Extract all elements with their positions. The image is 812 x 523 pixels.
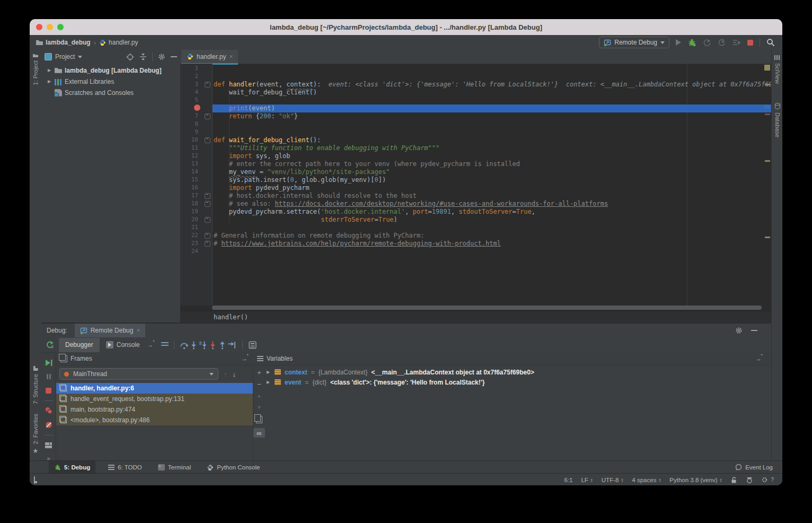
next-frame-icon[interactable]: ↓ xyxy=(233,370,236,378)
tree-item-1[interactable]: ▶External Libraries xyxy=(41,76,180,87)
fold-marker-icon[interactable] xyxy=(205,137,210,143)
frame-row-2[interactable]: main, bootstrap.py:474 xyxy=(56,404,253,415)
indent-select[interactable]: 4 spaces▲▼ xyxy=(632,477,661,483)
watches-toolbar: + − ▲ ▼ ∞ xyxy=(253,365,266,461)
tool-window-toggle[interactable] xyxy=(30,477,35,483)
force-step-into-icon[interactable] xyxy=(208,340,218,350)
stop-button[interactable] xyxy=(747,40,753,46)
move-down-icon[interactable]: ▼ xyxy=(257,404,262,411)
layout-options-icon[interactable] xyxy=(161,342,169,347)
tree-item-2[interactable]: Scratches and Consoles xyxy=(41,87,180,98)
mute-breakpoints-icon[interactable] xyxy=(44,421,54,429)
close-session-icon[interactable]: × xyxy=(136,327,140,334)
error-stripe[interactable] xyxy=(764,64,770,306)
expand-arrow-icon[interactable]: ▶ xyxy=(47,68,52,73)
fold-marker-icon[interactable] xyxy=(205,241,210,247)
move-up-icon[interactable]: ▲ xyxy=(257,393,262,399)
frame-row-0[interactable]: handler, handler.py:6 xyxy=(56,383,253,394)
tree-item-0[interactable]: ▶lambda_debug [Lambda Debug] xyxy=(41,65,180,76)
run-button[interactable] xyxy=(676,39,681,46)
editor-breadcrumb[interactable]: handler() xyxy=(180,311,771,322)
pause-icon[interactable] xyxy=(44,373,54,381)
hide-panel-icon[interactable] xyxy=(171,56,177,57)
tab-debugger[interactable]: Debugger xyxy=(59,338,100,352)
tool-button-todo[interactable]: 6: TODO xyxy=(103,461,147,474)
breakpoint-icon[interactable] xyxy=(194,104,200,111)
variable-row-0[interactable]: ▶context={LambdaContext}<__main__.Lambda… xyxy=(266,367,771,377)
fold-marker-icon[interactable] xyxy=(205,193,210,199)
fold-marker-icon[interactable] xyxy=(205,233,210,239)
chevron-down-icon[interactable] xyxy=(78,56,82,58)
debug-session-tab[interactable]: Remote Debug × xyxy=(75,324,146,337)
variable-row-1[interactable]: ▶event={dict}<class 'dict'>: {'message':… xyxy=(266,377,771,387)
tool-button-database[interactable]: Database xyxy=(772,103,782,137)
profile-button[interactable] xyxy=(703,39,711,47)
pin-tab-icon[interactable]: → xyxy=(146,341,155,348)
evaluate-expression-icon[interactable] xyxy=(248,340,258,350)
duplicate-watch-icon[interactable] xyxy=(256,416,262,423)
inspections-profile-icon[interactable] xyxy=(746,476,753,484)
tool-button-project[interactable]: 1: Project xyxy=(30,53,41,85)
frame-row-3[interactable]: <module>, bootstrap.py:486 xyxy=(56,415,253,425)
debug-button[interactable] xyxy=(687,38,696,47)
expand-arrow-icon[interactable]: ▶ xyxy=(47,79,52,84)
line-separator-select[interactable]: LF▲▼ xyxy=(581,477,593,483)
expand-arrow-icon[interactable]: ▶ xyxy=(266,380,271,385)
line-number: 10 xyxy=(180,136,198,144)
step-into-icon[interactable] xyxy=(189,340,199,350)
frame-row-1[interactable]: handle_event_request, bootstrap.py:131 xyxy=(56,394,253,404)
tool-button-sciview[interactable]: SciView xyxy=(772,55,782,84)
locate-file-icon[interactable] xyxy=(126,53,134,61)
tool-button-terminal[interactable]: Terminal xyxy=(153,461,196,474)
add-watch-icon[interactable]: + xyxy=(257,369,261,376)
rerun-icon[interactable] xyxy=(45,340,55,350)
resume-icon[interactable] xyxy=(44,359,54,367)
horizontal-scrollbar[interactable] xyxy=(212,306,762,310)
event-log-button[interactable]: Event Log xyxy=(735,464,782,471)
editor-tab-handler[interactable]: handler.py × xyxy=(181,50,238,65)
search-everywhere-icon[interactable] xyxy=(766,38,775,47)
fold-marker-icon[interactable] xyxy=(205,82,210,88)
encoding-select[interactable]: UTF-8▲▼ xyxy=(602,477,624,483)
run-to-cursor-icon[interactable] xyxy=(227,340,237,350)
interpreter-select[interactable]: Python 3.8 (venv)▲▼ xyxy=(669,477,722,483)
close-tab-icon[interactable]: × xyxy=(229,53,233,60)
settings-hint-icon[interactable]: ? xyxy=(762,476,774,483)
step-over-icon[interactable] xyxy=(180,340,189,350)
editor-gutter[interactable]: 123456789101112131415161718192021222324 xyxy=(180,64,213,306)
breadcrumb-project[interactable]: lambda_debug xyxy=(36,39,91,46)
tab-console[interactable]: Console xyxy=(100,338,146,352)
show-return-values-icon[interactable]: ∞ xyxy=(253,428,265,438)
tool-button-structure[interactable]: 7: Structure xyxy=(30,366,41,404)
updown-icon: ▲▼ xyxy=(621,478,623,482)
previous-frame-icon[interactable]: ↑ xyxy=(224,370,227,378)
tool-button-favorites[interactable]: 2: Favorites ★ xyxy=(30,414,41,455)
remove-watch-icon[interactable]: − xyxy=(257,381,261,388)
fold-marker-icon[interactable] xyxy=(205,217,210,223)
thread-selector[interactable]: MainThread xyxy=(59,368,218,380)
lock-icon[interactable] xyxy=(730,476,737,484)
tree-item-label: lambda_debug [Lambda Debug] xyxy=(65,67,162,74)
gear-icon[interactable] xyxy=(158,53,165,60)
collapse-all-icon[interactable] xyxy=(139,53,147,60)
fold-marker-icon[interactable] xyxy=(205,201,210,207)
tool-button-debug[interactable]: 5: Debug xyxy=(49,461,95,474)
fold-marker-icon[interactable] xyxy=(205,114,210,119)
step-out-icon[interactable] xyxy=(218,340,227,350)
breadcrumb-file[interactable]: handler.py xyxy=(99,39,138,46)
code-viewport[interactable]: 123456789101112131415161718192021222324 … xyxy=(180,64,771,306)
caret-position[interactable]: 6:1 xyxy=(564,477,572,483)
tool-button-python-console[interactable]: Python Console xyxy=(201,461,265,474)
view-breakpoints-icon[interactable] xyxy=(44,406,54,415)
expand-arrow-icon[interactable]: ▶ xyxy=(266,370,271,374)
panel-options-icon[interactable]: → xyxy=(240,355,249,362)
hide-panel-icon[interactable] xyxy=(751,330,757,331)
step-into-my-code-icon[interactable] xyxy=(199,340,208,350)
gear-icon[interactable] xyxy=(735,327,743,334)
run-configuration-select[interactable]: Remote Debug xyxy=(599,37,669,48)
run-with-settings-button[interactable] xyxy=(732,39,741,46)
coverage-button[interactable] xyxy=(718,39,726,47)
restore-layout-icon[interactable] xyxy=(44,441,54,449)
stop-icon[interactable] xyxy=(44,387,54,395)
panel-options-icon[interactable]: → xyxy=(754,355,763,362)
